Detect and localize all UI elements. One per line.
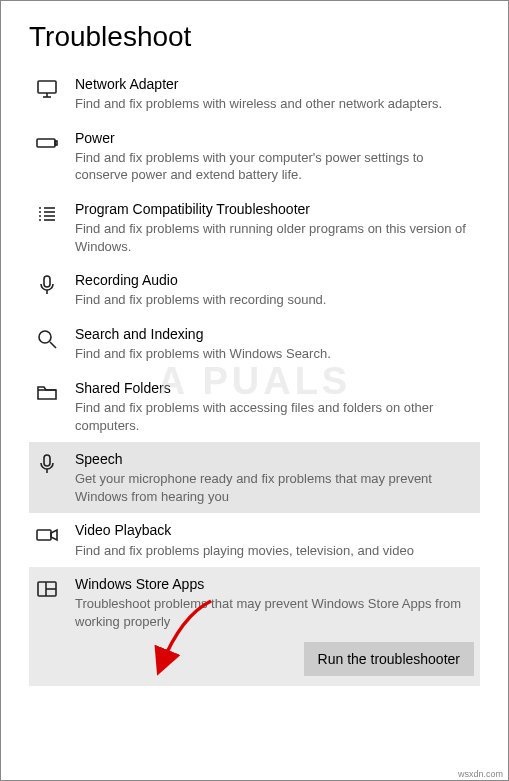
item-title: Speech — [75, 450, 474, 468]
svg-rect-0 — [38, 81, 56, 93]
item-title: Network Adapter — [75, 75, 474, 93]
list-icon — [35, 202, 59, 226]
monitor-icon — [35, 77, 59, 101]
item-text: Search and IndexingFind and fix problems… — [75, 325, 474, 363]
item-title: Search and Indexing — [75, 325, 474, 343]
folder-icon — [35, 381, 59, 405]
item-desc: Find and fix problems playing movies, te… — [75, 542, 474, 560]
button-row: Run the troubleshooter — [29, 638, 480, 686]
troubleshoot-item-power[interactable]: PowerFind and fix problems with your com… — [29, 121, 480, 192]
mic-icon — [35, 273, 59, 297]
item-text: Network AdapterFind and fix problems wit… — [75, 75, 474, 113]
item-title: Video Playback — [75, 521, 474, 539]
item-desc: Find and fix problems with recording sou… — [75, 291, 474, 309]
troubleshoot-item-shared-folders[interactable]: Shared FoldersFind and fix problems with… — [29, 371, 480, 442]
item-desc: Find and fix problems with accessing fil… — [75, 399, 474, 434]
item-title: Power — [75, 129, 474, 147]
item-text: Windows Store AppsTroubleshoot problems … — [75, 575, 474, 630]
page-title: Troubleshoot — [29, 21, 480, 53]
battery-icon — [35, 131, 59, 155]
item-desc: Find and fix problems with wireless and … — [75, 95, 474, 113]
item-text: PowerFind and fix problems with your com… — [75, 129, 474, 184]
svg-rect-17 — [44, 455, 50, 466]
apps-icon — [35, 577, 59, 601]
item-desc: Find and fix problems with running older… — [75, 220, 474, 255]
item-desc: Get your microphone ready and fix proble… — [75, 470, 474, 505]
item-title: Program Compatibility Troubleshooter — [75, 200, 474, 218]
mic-icon — [35, 452, 59, 476]
svg-line-16 — [50, 342, 56, 348]
item-desc: Find and fix problems with Windows Searc… — [75, 345, 474, 363]
item-title: Shared Folders — [75, 379, 474, 397]
svg-rect-13 — [44, 276, 50, 287]
item-title: Recording Audio — [75, 271, 474, 289]
troubleshoot-item-program-compatibility-troubleshooter[interactable]: Program Compatibility TroubleshooterFind… — [29, 192, 480, 263]
svg-rect-19 — [37, 530, 51, 540]
troubleshoot-item-recording-audio[interactable]: Recording AudioFind and fix problems wit… — [29, 263, 480, 317]
svg-point-15 — [39, 331, 51, 343]
item-text: Video PlaybackFind and fix problems play… — [75, 521, 474, 559]
item-text: Shared FoldersFind and fix problems with… — [75, 379, 474, 434]
svg-rect-4 — [55, 141, 57, 145]
svg-rect-3 — [37, 139, 55, 147]
search-icon — [35, 327, 59, 351]
item-text: SpeechGet your microphone ready and fix … — [75, 450, 474, 505]
video-icon — [35, 523, 59, 547]
run-troubleshooter-button[interactable]: Run the troubleshooter — [304, 642, 474, 676]
troubleshoot-item-windows-store-apps[interactable]: Windows Store AppsTroubleshoot problems … — [29, 567, 480, 638]
item-desc: Find and fix problems with your computer… — [75, 149, 474, 184]
troubleshoot-item-video-playback[interactable]: Video PlaybackFind and fix problems play… — [29, 513, 480, 567]
troubleshoot-item-speech[interactable]: SpeechGet your microphone ready and fix … — [29, 442, 480, 513]
item-title: Windows Store Apps — [75, 575, 474, 593]
troubleshoot-item-search-and-indexing[interactable]: Search and IndexingFind and fix problems… — [29, 317, 480, 371]
item-desc: Troubleshoot problems that may prevent W… — [75, 595, 474, 630]
footer-attribution: wsxdn.com — [458, 769, 503, 779]
troubleshoot-item-network-adapter[interactable]: Network AdapterFind and fix problems wit… — [29, 67, 480, 121]
item-text: Program Compatibility TroubleshooterFind… — [75, 200, 474, 255]
item-text: Recording AudioFind and fix problems wit… — [75, 271, 474, 309]
